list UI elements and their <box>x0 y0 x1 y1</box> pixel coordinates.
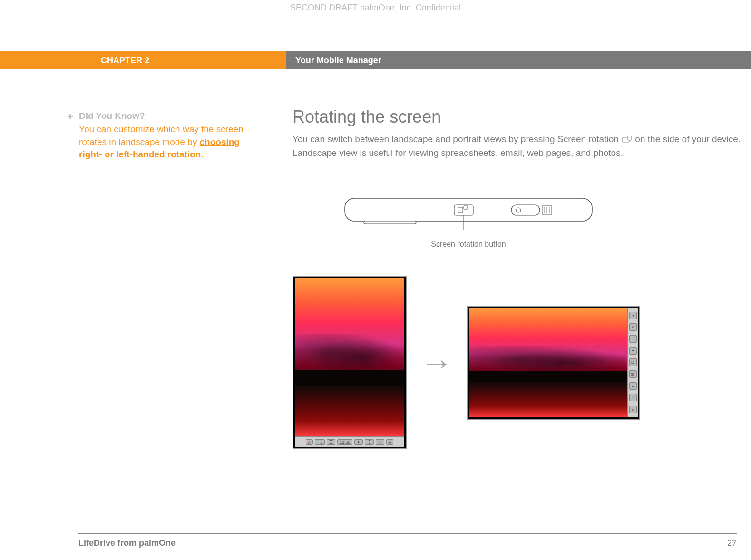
dyk-end: . <box>201 149 203 159</box>
svg-rect-3 <box>364 221 416 224</box>
search-icon: 🔍 <box>315 439 325 445</box>
page-title: Rotating the screen <box>293 107 744 127</box>
diagram-label: Screen rotation button <box>340 240 597 249</box>
home-icon: ⌂ <box>629 406 637 413</box>
speaker-icon: ◂ <box>629 312 637 319</box>
footer-divider <box>78 533 737 534</box>
confidential-header: SECOND DRAFT palmOne, Inc. Confidential <box>0 3 751 13</box>
sync-icon: ✓ <box>376 439 384 445</box>
time-hour: 12 <box>629 358 637 366</box>
chapter-label: CHAPTER 2 <box>0 51 286 69</box>
svg-rect-1 <box>628 136 631 140</box>
speaker-icon: ◂ <box>386 439 393 445</box>
landscape-taskbar: ◂ ✓ ⋮ ✦ 12 55 ☰ 🔍 ⌂ <box>627 308 638 417</box>
main-content: Rotating the screen You can switch betwe… <box>293 107 744 159</box>
sunset-image-portrait <box>295 278 404 436</box>
screenshots-container: ⌂ 🔍 ☰ 12:55 ✦ ⋮ ✓ ◂ → ◂ ✓ ⋮ ✦ 12 55 ☰ 🔍 … <box>293 276 640 449</box>
menu-icon: ☰ <box>327 439 335 445</box>
svg-rect-7 <box>511 205 540 215</box>
sunset-image-landscape <box>469 308 627 417</box>
portrait-taskbar: ⌂ 🔍 ☰ 12:55 ✦ ⋮ ✓ ◂ <box>295 436 404 447</box>
page-number: 27 <box>727 538 737 548</box>
plus-icon: + <box>67 111 73 123</box>
rotation-icon <box>622 133 632 146</box>
taskbar-time: 12:55 <box>337 439 353 445</box>
dyk-body: You can customize which way the screen r… <box>79 123 245 161</box>
body-part1: You can switch between landscape and por… <box>293 134 621 144</box>
wifi-icon: ⋮ <box>629 335 637 343</box>
body-text: You can switch between landscape and por… <box>293 133 744 159</box>
home-icon: ⌂ <box>306 439 313 445</box>
search-icon: 🔍 <box>629 394 637 401</box>
signal-icon: ✦ <box>629 347 637 355</box>
device-diagram: Screen rotation button <box>340 193 597 249</box>
portrait-screenshot: ⌂ 🔍 ☰ 12:55 ✦ ⋮ ✓ ◂ <box>293 276 407 449</box>
time-min: 55 <box>629 370 637 378</box>
menu-icon: ☰ <box>629 382 637 390</box>
sync-icon: ✓ <box>629 323 637 331</box>
chapter-title: Your Mobile Manager <box>286 51 751 69</box>
arrow-icon: → <box>420 344 453 382</box>
wifi-icon: ⋮ <box>365 439 374 445</box>
chapter-bar: CHAPTER 2 Your Mobile Manager <box>0 51 751 69</box>
landscape-screenshot: ◂ ✓ ⋮ ✦ 12 55 ☰ 🔍 ⌂ <box>467 306 640 420</box>
signal-icon: ✦ <box>354 439 363 445</box>
dyk-title: Did You Know? <box>79 111 245 121</box>
did-you-know-sidebar: + Did You Know? You can customize which … <box>79 111 245 161</box>
footer-product: LifeDrive from palmOne <box>78 538 176 548</box>
